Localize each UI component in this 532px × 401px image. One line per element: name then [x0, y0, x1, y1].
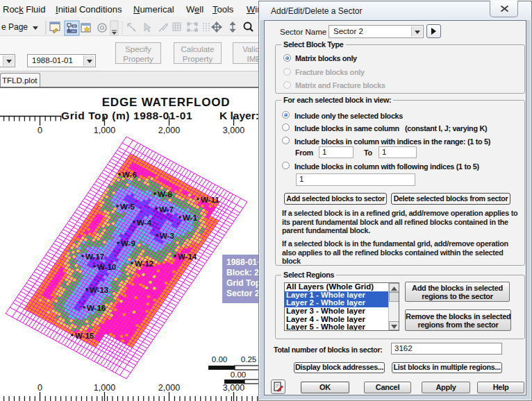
svg-text:e Page: e Page [1, 22, 28, 32]
svg-text:W-14: W-14 [178, 253, 197, 261]
svg-text:0.00: 0.00 [212, 355, 227, 364]
svg-text:3,000: 3,000 [223, 126, 244, 135]
svg-text:W-9: W-9 [121, 239, 135, 248]
svg-text:1,000: 1,000 [94, 383, 115, 393]
svg-text:W-7: W-7 [159, 205, 174, 214]
svg-text:2,000: 2,000 [158, 383, 180, 393]
svg-text:W-17: W-17 [85, 253, 104, 261]
svg-text:2,000: 2,000 [158, 126, 180, 135]
svg-text:W-10: W-10 [97, 263, 116, 271]
svg-text:Grid Top (m) 1988-01-01: Grid Top (m) 1988-01-01 [61, 110, 192, 121]
svg-text:0: 0 [38, 126, 42, 135]
svg-text:0.00: 0.00 [231, 370, 246, 379]
svg-text:W-8: W-8 [158, 190, 172, 198]
svg-text:1,000: 1,000 [94, 126, 115, 135]
svg-text:EDGE WATERFLOOD: EDGE WATERFLOOD [102, 96, 231, 109]
svg-text:W-1: W-1 [183, 214, 197, 222]
svg-text:0: 0 [38, 383, 42, 393]
svg-text:W-3: W-3 [160, 232, 174, 240]
svg-text:W-6: W-6 [122, 171, 137, 179]
svg-text:3,000: 3,000 [223, 383, 244, 393]
svg-text:Grid Top: Grid Top [226, 278, 260, 288]
svg-text:0.25: 0.25 [241, 355, 256, 364]
svg-text:W-15: W-15 [75, 332, 94, 340]
svg-text:W-5: W-5 [120, 203, 135, 211]
svg-text:Sector 2: Sector 2 [226, 289, 260, 298]
svg-text:W-16: W-16 [87, 304, 106, 312]
svg-text:W-12: W-12 [135, 259, 153, 268]
svg-text:W-13: W-13 [90, 286, 108, 294]
svg-text:W-11: W-11 [201, 196, 219, 204]
svg-text:W-4: W-4 [137, 219, 151, 227]
